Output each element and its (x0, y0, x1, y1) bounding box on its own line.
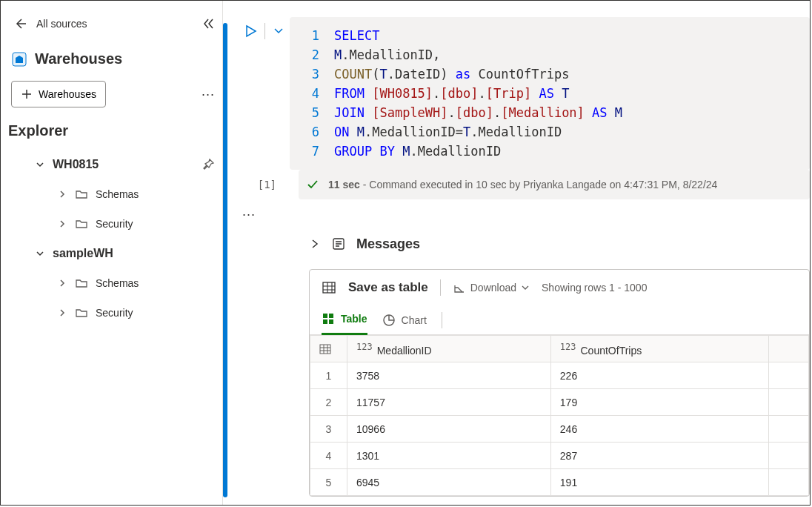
add-warehouse-label: Warehouses (39, 88, 96, 100)
tree-node-security[interactable]: Security (8, 298, 215, 328)
separator (264, 23, 265, 39)
svg-rect-3 (323, 314, 327, 318)
results-table: 123MedallionID123CountOfTrips13758226211… (310, 335, 809, 496)
tree-node-label: Schemas (96, 277, 139, 289)
column-header[interactable]: 123MedallionID (347, 336, 551, 362)
chevron-right-icon (57, 279, 67, 288)
svg-rect-8 (320, 345, 330, 354)
row-selector-header[interactable] (310, 336, 347, 362)
status-text: 11 sec - Command executed in 10 sec by P… (328, 179, 717, 190)
results-panel: Save as table Download Showing rows 1 - … (309, 269, 810, 497)
pin-icon[interactable] (202, 158, 215, 171)
more-icon[interactable]: ··· (202, 87, 215, 102)
messages-title: Messages (356, 236, 420, 252)
table-row[interactable]: 56945191 (310, 469, 809, 496)
page-title: Warehouses (35, 50, 122, 67)
folder-icon (75, 217, 88, 231)
cell-index: [1] (238, 179, 290, 190)
table-icon (322, 280, 336, 295)
all-sources-link[interactable]: All sources (36, 18, 87, 30)
showing-rows-text: Showing rows 1 - 1000 (542, 282, 647, 294)
warehouse-icon (11, 51, 27, 67)
folder-icon (75, 188, 88, 201)
chevron-down-icon (35, 249, 45, 258)
table-row[interactable]: 211757179 (310, 389, 809, 416)
svg-rect-2 (323, 282, 335, 293)
folder-icon (75, 306, 88, 319)
collapse-icon[interactable] (202, 17, 215, 30)
download-button[interactable]: Download (453, 281, 530, 294)
chevron-right-icon (57, 219, 67, 228)
active-indicator (223, 23, 227, 497)
tree-node-schemas[interactable]: Schemas (8, 268, 215, 298)
tree-node-samplewh[interactable]: sampleWH (8, 239, 215, 268)
tree-node-label: WH0815 (53, 158, 99, 171)
table-row[interactable]: 41301287 (310, 443, 809, 469)
svg-rect-5 (323, 319, 327, 324)
tree-node-label: Security (96, 218, 133, 230)
save-as-table-button[interactable]: Save as table (348, 280, 428, 295)
chevron-down-icon[interactable] (273, 25, 284, 37)
tree-node-security[interactable]: Security (8, 209, 215, 239)
tree-node-label: Security (96, 307, 133, 319)
separator (442, 312, 442, 328)
run-icon[interactable] (244, 24, 257, 38)
sidebar: All sources Warehouses Warehouses ··· Ex… (1, 1, 223, 505)
tab-table[interactable]: Table (322, 305, 367, 335)
messages-icon (331, 236, 346, 251)
tree-node-label: sampleWH (53, 247, 113, 260)
explorer-tree: WH0815 Schemas Security (8, 150, 215, 328)
svg-rect-6 (329, 319, 333, 324)
add-warehouse-button[interactable]: Warehouses (11, 81, 106, 107)
back-icon[interactable] (13, 16, 27, 31)
chevron-right-icon (57, 190, 67, 199)
messages-toggle[interactable]: Messages (238, 229, 810, 259)
check-icon (306, 178, 319, 191)
chevron-down-icon (35, 160, 45, 169)
separator (440, 279, 441, 296)
more-icon[interactable]: ··· (242, 207, 256, 222)
status-bar: 11 sec - Command executed in 10 sec by P… (299, 170, 810, 199)
column-header[interactable]: 123CountOfTrips (550, 336, 768, 362)
svg-rect-4 (329, 314, 333, 318)
chevron-right-icon (57, 308, 67, 317)
tab-chart[interactable]: Chart (382, 305, 427, 335)
folder-icon (75, 276, 88, 290)
chevron-right-icon (309, 238, 321, 250)
tree-node-schemas[interactable]: Schemas (8, 179, 215, 209)
code-editor[interactable]: 1SELECT2M.MedallionID,3COUNT(T.DateID) a… (290, 17, 810, 170)
explorer-title: Explorer (8, 112, 215, 150)
table-row[interactable]: 310966246 (310, 416, 809, 443)
tree-node-label: Schemas (96, 188, 139, 200)
table-row[interactable]: 13758226 (310, 362, 809, 389)
tree-node-wh0815[interactable]: WH0815 (8, 150, 215, 179)
